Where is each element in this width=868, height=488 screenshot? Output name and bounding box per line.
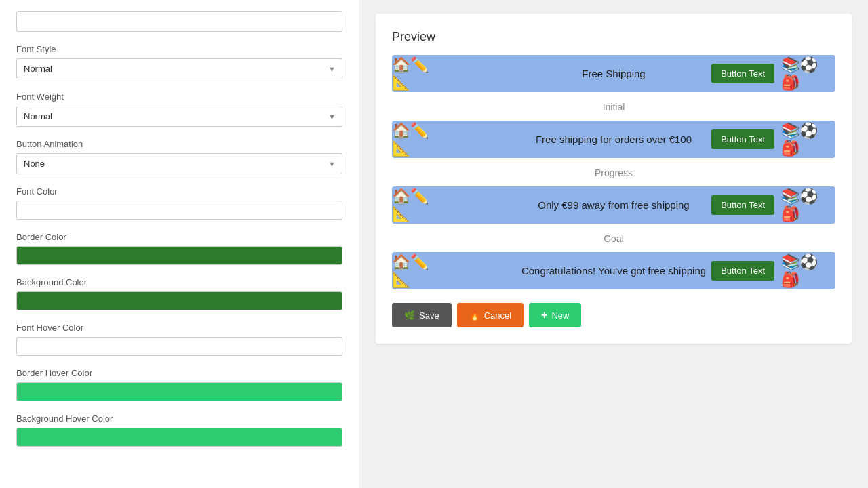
- banner-3-button[interactable]: Button Text: [711, 195, 774, 215]
- font-hover-color-group: Font Hover Color: [16, 323, 342, 356]
- font-style-select-wrapper: Normal Italic Oblique ▼: [16, 58, 342, 79]
- border-color-swatch[interactable]: [16, 246, 342, 265]
- new-label: New: [551, 310, 569, 321]
- font-size-input[interactable]: 12px: [16, 11, 342, 32]
- font-style-group: Font Style Normal Italic Oblique ▼: [16, 44, 342, 79]
- banner-1: 🏠✏️📐 Free Shipping Button Text 📚⚽🎒: [392, 55, 835, 92]
- cancel-icon: [469, 310, 480, 321]
- banner-2-deco-left: 🏠✏️📐: [392, 121, 446, 158]
- banner-3: Progress 🏠✏️📐 Only €99 away from free sh…: [392, 167, 835, 224]
- button-animation-select-wrapper: None Pulse Shake Bounce ▼: [16, 153, 342, 174]
- background-hover-color-group: Background Hover Color: [16, 413, 342, 447]
- font-weight-select-wrapper: Normal Bold Bolder Lighter ▼: [16, 106, 342, 127]
- font-style-select[interactable]: Normal Italic Oblique: [16, 58, 342, 79]
- new-button[interactable]: New: [529, 303, 581, 327]
- banner-3-deco-right: 📚⚽🎒: [781, 186, 835, 224]
- border-hover-color-label: Border Hover Color: [16, 368, 342, 378]
- background-hover-color-swatch[interactable]: [16, 428, 342, 447]
- action-bar: Save Cancel New: [392, 303, 835, 327]
- font-weight-label: Font Weight: [16, 92, 342, 102]
- new-icon: [541, 309, 547, 321]
- banner-2: Initial 🏠✏️📐 Free shipping for orders ov…: [392, 102, 835, 158]
- border-color-label: Border Color: [16, 232, 342, 242]
- banner-2-button[interactable]: Button Text: [711, 129, 774, 149]
- banner-1-deco-right: 📚⚽🎒: [781, 55, 835, 92]
- save-icon: [404, 310, 415, 321]
- banner-4-button[interactable]: Button Text: [711, 261, 774, 281]
- font-size-group: 12px: [16, 11, 342, 32]
- font-style-label: Font Style: [16, 44, 342, 54]
- banner-3-container: 🏠✏️📐 Only €99 away from free shipping Bu…: [392, 186, 835, 224]
- button-animation-select[interactable]: None Pulse Shake Bounce: [16, 153, 342, 174]
- banner-2-label: Initial: [392, 102, 835, 113]
- border-color-group: Border Color: [16, 232, 342, 265]
- banner-2-container: 🏠✏️📐 Free shipping for orders over €100 …: [392, 121, 835, 158]
- banner-4-label: Goal: [392, 233, 835, 244]
- font-color-swatch[interactable]: [16, 201, 342, 220]
- left-panel: 12px Font Style Normal Italic Oblique ▼ …: [0, 0, 359, 488]
- banner-4-container: 🏠✏️📐 Congratulations! You've got free sh…: [392, 252, 835, 289]
- font-color-label: Font Color: [16, 186, 342, 197]
- background-color-label: Background Color: [16, 277, 342, 287]
- banner-4-deco-left: 🏠✏️📐: [392, 252, 446, 289]
- button-animation-group: Button Animation None Pulse Shake Bounce…: [16, 139, 342, 174]
- font-hover-color-label: Font Hover Color: [16, 323, 342, 333]
- banner-1-deco-left: 🏠✏️📐: [392, 55, 446, 92]
- font-weight-group: Font Weight Normal Bold Bolder Lighter ▼: [16, 92, 342, 127]
- banner-4: Goal 🏠✏️📐 Congratulations! You've got fr…: [392, 233, 835, 289]
- save-button[interactable]: Save: [392, 303, 452, 327]
- preview-card: Preview 🏠✏️📐 Free Shipping Button Text 📚…: [376, 14, 852, 344]
- banner-3-deco-left: 🏠✏️📐: [392, 186, 446, 224]
- background-color-swatch[interactable]: [16, 291, 342, 310]
- banner-2-deco-right: 📚⚽🎒: [781, 121, 835, 158]
- cancel-button[interactable]: Cancel: [457, 303, 524, 327]
- background-hover-color-label: Background Hover Color: [16, 413, 342, 424]
- cancel-label: Cancel: [484, 310, 511, 321]
- font-hover-color-swatch[interactable]: [16, 337, 342, 356]
- font-color-group: Font Color: [16, 186, 342, 220]
- banner-4-deco-right: 📚⚽🎒: [781, 252, 835, 289]
- border-hover-color-group: Border Hover Color: [16, 368, 342, 401]
- button-animation-label: Button Animation: [16, 139, 342, 149]
- banner-3-label: Progress: [392, 167, 835, 178]
- save-label: Save: [419, 310, 439, 321]
- font-weight-select[interactable]: Normal Bold Bolder Lighter: [16, 106, 342, 127]
- border-hover-color-swatch[interactable]: [16, 382, 342, 401]
- banner-1-container: 🏠✏️📐 Free Shipping Button Text 📚⚽🎒: [392, 55, 835, 92]
- preview-title: Preview: [392, 30, 835, 44]
- background-color-group: Background Color: [16, 277, 342, 310]
- banner-1-button[interactable]: Button Text: [711, 64, 774, 83]
- right-panel: Preview 🏠✏️📐 Free Shipping Button Text 📚…: [359, 0, 868, 488]
